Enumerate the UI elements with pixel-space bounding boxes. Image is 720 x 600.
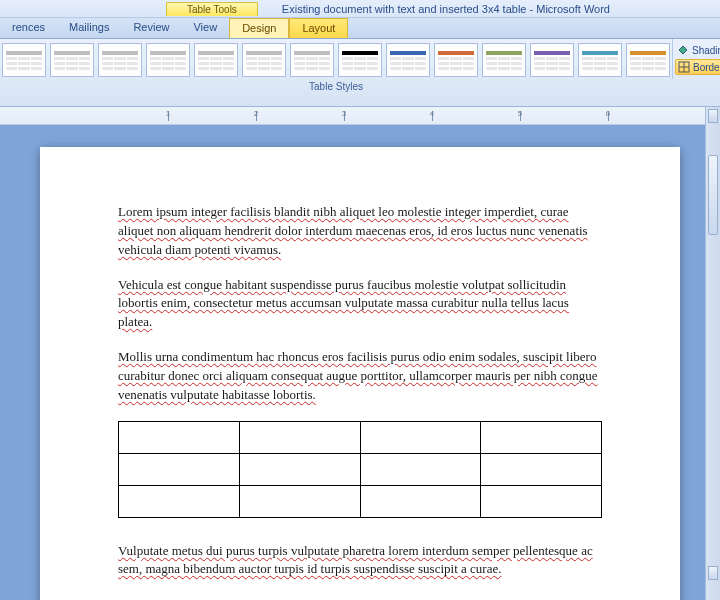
document-workspace: 123456 Lorem ipsum integer facilisis bla… xyxy=(0,107,720,600)
table-style-option[interactable] xyxy=(146,43,190,77)
shading-label: Shadin xyxy=(692,45,720,56)
table-row[interactable] xyxy=(119,485,602,517)
table-style-option[interactable] xyxy=(98,43,142,77)
table-style-option[interactable] xyxy=(482,43,526,77)
borders-icon xyxy=(678,61,690,73)
document-page: Lorem ipsum integer facilisis blandit ni… xyxy=(40,147,680,600)
table-cell[interactable] xyxy=(360,485,481,517)
table-cell[interactable] xyxy=(481,453,602,485)
table-cell[interactable] xyxy=(481,421,602,453)
ruler-number: 5 xyxy=(518,109,522,118)
ruler-number: 3 xyxy=(342,109,346,118)
table-style-option[interactable] xyxy=(386,43,430,77)
table-style-option[interactable] xyxy=(194,43,238,77)
table-row[interactable] xyxy=(119,421,602,453)
paint-bucket-icon xyxy=(677,44,689,56)
paragraph[interactable]: Mollis urna condimentum hac rhoncus eros… xyxy=(118,348,602,405)
borders-label: Borders xyxy=(693,62,720,73)
ruler-number: 4 xyxy=(430,109,434,118)
inserted-table[interactable] xyxy=(118,421,602,518)
table-style-option[interactable] xyxy=(338,43,382,77)
paragraph[interactable]: Lorem ipsum integer facilisis blandit ni… xyxy=(118,203,602,260)
tab-references[interactable]: rences xyxy=(0,18,57,38)
scroll-thumb[interactable] xyxy=(708,155,718,235)
tab-mailings[interactable]: Mailings xyxy=(57,18,121,38)
table-style-option[interactable] xyxy=(578,43,622,77)
table-cell[interactable] xyxy=(119,421,240,453)
title-bar: Table Tools Existing document with text … xyxy=(0,0,720,18)
document-body[interactable]: Lorem ipsum integer facilisis blandit ni… xyxy=(118,203,602,579)
ruler-number: 1 xyxy=(166,109,170,118)
paragraph[interactable]: Vulputate metus dui purus turpis vulputa… xyxy=(118,542,602,580)
shading-button[interactable]: Shadin xyxy=(675,43,720,57)
paragraph[interactable]: Vehicula est congue habitant suspendisse… xyxy=(118,276,602,333)
ribbon-tabs: rences Mailings Review View Design Layou… xyxy=(0,18,720,39)
table-style-option[interactable] xyxy=(530,43,574,77)
tab-review[interactable]: Review xyxy=(121,18,181,38)
borders-button[interactable]: Borders xyxy=(675,59,720,75)
table-cell[interactable] xyxy=(239,421,360,453)
tab-layout[interactable]: Layout xyxy=(289,18,348,38)
vertical-scrollbar[interactable] xyxy=(705,107,720,600)
table-style-option[interactable] xyxy=(50,43,94,77)
ruler-number: 2 xyxy=(254,109,258,118)
window-title: Existing document with text and inserted… xyxy=(282,3,610,15)
table-styles-group: Table Styles xyxy=(0,39,672,106)
table-styles-gallery xyxy=(2,43,670,77)
table-style-option[interactable] xyxy=(290,43,334,77)
table-cell[interactable] xyxy=(239,453,360,485)
tab-design[interactable]: Design xyxy=(229,18,289,38)
ribbon: Table Styles Shadin Borders xyxy=(0,39,720,107)
scroll-down-button[interactable] xyxy=(708,566,718,580)
table-cell[interactable] xyxy=(481,485,602,517)
table-style-option[interactable] xyxy=(2,43,46,77)
table-cell[interactable] xyxy=(360,421,481,453)
tab-view[interactable]: View xyxy=(181,18,229,38)
table-style-option[interactable] xyxy=(434,43,478,77)
table-style-option[interactable] xyxy=(242,43,286,77)
table-cell[interactable] xyxy=(119,453,240,485)
table-tools-context-label: Table Tools xyxy=(166,2,258,16)
table-row[interactable] xyxy=(119,453,602,485)
table-style-option[interactable] xyxy=(626,43,670,77)
table-cell[interactable] xyxy=(360,453,481,485)
table-cell[interactable] xyxy=(239,485,360,517)
ribbon-right-group: Shadin Borders xyxy=(672,39,720,79)
ruler-number: 6 xyxy=(606,109,610,118)
table-styles-group-label: Table Styles xyxy=(2,81,670,92)
horizontal-ruler[interactable]: 123456 xyxy=(0,107,720,125)
scroll-up-button[interactable] xyxy=(708,109,718,123)
page-scroll-area[interactable]: Lorem ipsum integer facilisis blandit ni… xyxy=(0,125,720,600)
table-cell[interactable] xyxy=(119,485,240,517)
